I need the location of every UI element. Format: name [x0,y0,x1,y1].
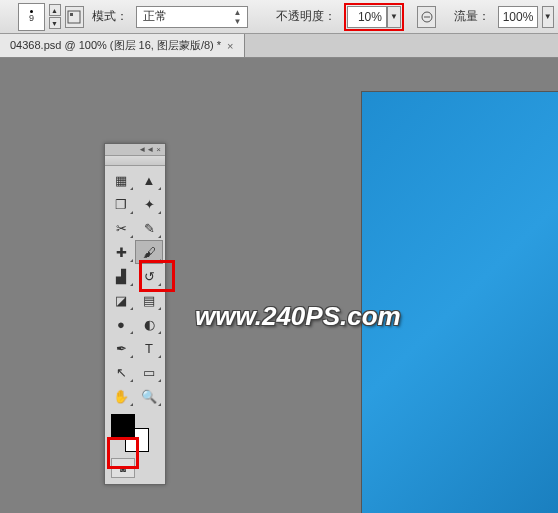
brush-size-up[interactable]: ▲ [49,4,61,16]
move-tool[interactable]: ▦ [107,168,135,192]
opacity-highlight-box: 10% ▼ [344,3,404,31]
svg-rect-0 [68,11,80,23]
submenu-corner-icon [130,331,133,334]
submenu-corner-icon [130,355,133,358]
foreground-color-swatch[interactable] [111,414,135,438]
submenu-corner-icon [130,403,133,406]
submenu-corner-icon [158,355,161,358]
flow-value: 100% [503,10,533,24]
opacity-dropdown[interactable]: ▼ [387,6,401,28]
document-tab[interactable]: 04368.psd @ 100% (图层 16, 图层蒙版/8) * × [0,34,245,57]
submenu-corner-icon [158,307,161,310]
color-swatches [105,410,165,456]
select-arrows-icon: ▲▼ [233,8,241,26]
hand-tool[interactable]: ✋ [107,384,135,408]
blend-mode-select[interactable]: 正常 ▲▼ [136,6,249,28]
flow-input[interactable]: 100% [498,6,538,28]
eyedropper-tool[interactable]: ✎ [135,216,163,240]
blur-tool[interactable]: ● [107,312,135,336]
submenu-corner-icon [130,187,133,190]
brush-size-value: 9 [29,14,34,23]
panel-collapse-bar[interactable]: ◄◄ × [105,144,165,156]
patch-tool[interactable]: ✚ [107,240,135,264]
submenu-corner-icon [130,235,133,238]
brush-preset-picker[interactable]: 9 [18,3,44,31]
panel-collapse-icon: ◄◄ × [138,145,161,154]
marquee-tool[interactable]: ▲ [135,168,163,192]
shape-tool[interactable]: ▭ [135,360,163,384]
stamp-tool[interactable]: ▟ [107,264,135,288]
lasso-tool[interactable]: ❐ [107,192,135,216]
type-tool[interactable]: T [135,336,163,360]
opacity-label: 不透明度： [276,8,336,25]
canvas-area: ◄◄ × ▦▲❐✦✂✎✚🖌▟↺◪▤●◐✒T↖▭✋🔍 ◙ www.240PS.co… [0,58,558,513]
opacity-input[interactable]: 10% [347,6,387,28]
tools-panel: ◄◄ × ▦▲❐✦✂✎✚🖌▟↺◪▤●◐✒T↖▭✋🔍 ◙ [104,143,166,485]
submenu-corner-icon [130,307,133,310]
submenu-corner-icon [158,403,161,406]
path-tool[interactable]: ↖ [107,360,135,384]
blend-mode-value: 正常 [143,8,167,25]
submenu-corner-icon [130,283,133,286]
brush-tool[interactable]: 🖌 [135,240,163,264]
crop-tool[interactable]: ✂ [107,216,135,240]
panel-grip[interactable] [105,156,165,166]
submenu-corner-icon [158,259,161,262]
submenu-corner-icon [158,331,161,334]
brush-panel-toggle-icon[interactable] [65,6,84,28]
tool-grid: ▦▲❐✦✂✎✚🖌▟↺◪▤●◐✒T↖▭✋🔍 [105,166,165,410]
dodge-tool[interactable]: ◐ [135,312,163,336]
watermark-text: www.240PS.com [195,301,401,332]
tab-close-icon[interactable]: × [227,40,233,52]
options-bar: 9 ▲ ▼ 模式： 正常 ▲▼ 不透明度： 10% ▼ 流量： 100% ▼ [0,0,558,34]
zoom-tool[interactable]: 🔍 [135,384,163,408]
wand-tool[interactable]: ✦ [135,192,163,216]
mode-label: 模式： [92,8,128,25]
submenu-corner-icon [158,379,161,382]
document-tab-title: 04368.psd @ 100% (图层 16, 图层蒙版/8) * [10,38,221,53]
svg-rect-1 [70,13,73,16]
flow-label: 流量： [454,8,490,25]
gradient-tool[interactable]: ▤ [135,288,163,312]
submenu-corner-icon [158,211,161,214]
pen-tool[interactable]: ✒ [107,336,135,360]
submenu-corner-icon [130,211,133,214]
quick-mask-icon[interactable]: ◙ [111,458,135,478]
brush-size-down[interactable]: ▼ [49,17,61,29]
pressure-opacity-icon[interactable] [417,6,436,28]
submenu-corner-icon [158,187,161,190]
eraser-tool[interactable]: ◪ [107,288,135,312]
flow-dropdown[interactable]: ▼ [542,6,554,28]
history-brush-tool[interactable]: ↺ [135,264,163,288]
submenu-corner-icon [158,283,161,286]
opacity-value: 10% [352,10,382,24]
submenu-corner-icon [130,379,133,382]
submenu-corner-icon [130,259,133,262]
submenu-corner-icon [158,235,161,238]
document-tab-bar: 04368.psd @ 100% (图层 16, 图层蒙版/8) * × [0,34,558,58]
